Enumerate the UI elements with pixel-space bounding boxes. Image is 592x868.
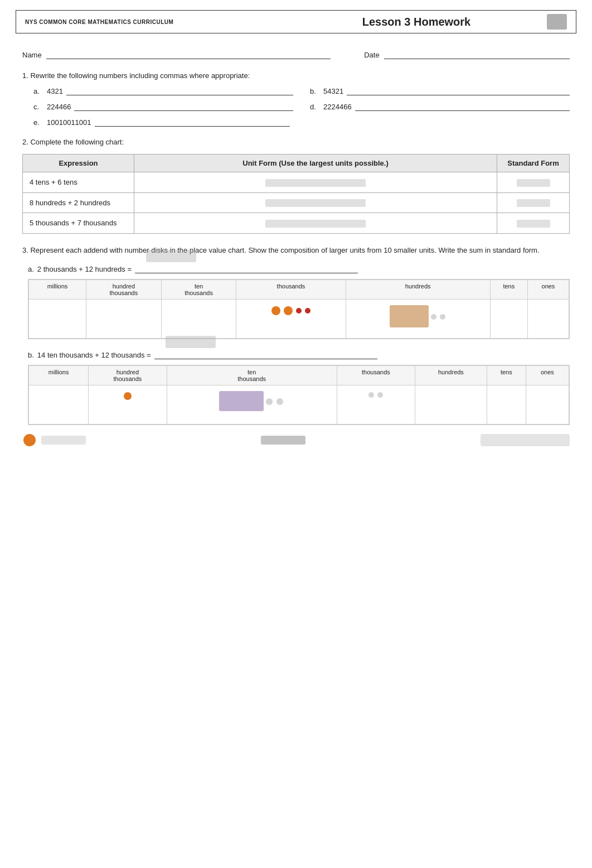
pv-cell-tens-a <box>490 299 527 338</box>
q1-value-c: 224466 <box>47 103 71 111</box>
q2-std-1 <box>497 172 570 193</box>
disk-thousands-4 <box>305 308 310 314</box>
q1-item-b: b. 54321 <box>310 85 570 95</box>
q2-header-expression: Expression <box>23 155 134 172</box>
disk-hundredK-1 <box>124 392 132 400</box>
q3-part-b-label: b. <box>28 351 34 359</box>
header-title: Lesson 3 Homework <box>286 16 547 28</box>
q1-item-a: a. 4321 <box>33 85 293 95</box>
q1-label-a: a. <box>33 87 43 95</box>
question-1: 1. Rewrite the following numbers includi… <box>22 71 570 127</box>
pv-cell-tenthousands-a <box>161 299 236 338</box>
pv-cell-ones-a <box>527 299 569 338</box>
q3-instruction: 3. Represent each addend with number dis… <box>22 246 570 254</box>
pv-header-hundreds-b: hundreds <box>415 365 487 385</box>
q2-unit-3 <box>134 213 497 234</box>
q1-answer-c[interactable] <box>74 101 293 111</box>
bottom-center-blurred <box>261 436 305 445</box>
q2-expr-2: 8 hundreds + 2 hundreds <box>23 192 134 213</box>
q2-header-unit: Unit Form (Use the largest units possibl… <box>134 155 497 172</box>
pv-header-tenthousands-b: tenthousands <box>167 365 337 385</box>
q3-part-a-text: 2 thousands + 12 hundreds = <box>37 265 132 273</box>
q1-answer-a[interactable] <box>66 85 293 95</box>
q1-item-d: d. 2224466 <box>310 101 570 111</box>
bottom-right-blurred <box>481 434 570 446</box>
pv-header-tens-b: tens <box>487 365 526 385</box>
q3-part-a-label: a. <box>28 265 34 273</box>
date-field[interactable] <box>384 49 570 59</box>
pv-cell-millions-b <box>29 385 89 424</box>
q2-header-standard: Standard Form <box>497 155 570 172</box>
date-label: Date <box>364 51 379 59</box>
pv-cell-thousands-a <box>236 299 346 338</box>
bottom-left-text-blurred <box>41 436 86 445</box>
name-section: Name <box>22 49 331 59</box>
pv-header-hundreds-a: hundreds <box>346 279 490 299</box>
q1-label-e: e. <box>33 118 43 127</box>
pv-header-millions-a: millions <box>29 279 86 299</box>
disks-hundreds-a-blurred <box>390 305 429 327</box>
q2-expr-3: 5 thousands + 7 thousands <box>23 213 134 234</box>
pv-cell-hundreds-a <box>346 299 490 338</box>
bottom-disk <box>23 434 36 446</box>
pv-cell-millions-a <box>29 299 86 338</box>
pv-cell-tenthousands-b <box>167 385 337 424</box>
pv-header-millions-b: millions <box>29 365 89 385</box>
disks-tenthousands-b-blurred <box>219 391 264 411</box>
q2-std-3 <box>497 213 570 234</box>
pv-header-hundredthousands-a: hundredthousands <box>86 279 161 299</box>
q1-instruction: 1. Rewrite the following numbers includi… <box>22 71 570 80</box>
pv-cell-hundredthousands-b <box>89 385 167 424</box>
q2-table: Expression Unit Form (Use the largest un… <box>22 154 570 234</box>
name-field[interactable] <box>46 49 331 59</box>
disk-thousands-3 <box>296 308 302 314</box>
pv-header-ones-b: ones <box>526 365 569 385</box>
pv-cell-hundreds-b <box>415 385 487 424</box>
pv-chart-a: millions hundredthousands tenthousands t… <box>28 279 570 339</box>
pv-chart-b: millions hundredthousands tenthousands t… <box>28 365 570 425</box>
q1-value-e: 10010011001 <box>47 118 91 127</box>
pv-cell-thousands-b <box>337 385 415 424</box>
q3-answer-a-wrapper <box>135 263 570 273</box>
q1-value-d: 2224466 <box>323 103 352 111</box>
header-curriculum: NYS COMMON CORE MATHEMATICS CURRICULUM <box>25 19 286 25</box>
q1-label-d: d. <box>310 103 320 111</box>
date-section: Date <box>364 49 570 59</box>
q2-instruction: 2. Complete the following chart: <box>22 138 570 146</box>
q1-answer-d[interactable] <box>355 101 570 111</box>
bottom-section <box>22 433 570 459</box>
pv-cell-hundredthousands-a <box>86 299 161 338</box>
q3-part-b-text: 14 ten thousands + 12 thousands = <box>37 351 151 359</box>
q1-value-b: 54321 <box>323 87 343 95</box>
pv-header-thousands-b: thousands <box>337 365 415 385</box>
q2-row-3: 5 thousands + 7 thousands <box>23 213 570 234</box>
q3-part-b-line: b. 14 ten thousands + 12 thousands = <box>28 349 570 359</box>
disk-thousands-2 <box>284 306 293 315</box>
header-badge <box>547 14 567 30</box>
bottom-center <box>261 436 305 445</box>
q3-part-a-line: a. 2 thousands + 12 hundreds = <box>28 263 570 273</box>
q2-unit-2 <box>134 192 497 213</box>
q3-answer-a[interactable] <box>135 263 358 273</box>
q2-std-2 <box>497 192 570 213</box>
q3-part-b: b. 14 ten thousands + 12 thousands = mil… <box>28 349 570 425</box>
q3-hint-a <box>146 250 196 262</box>
question-2: 2. Complete the following chart: Express… <box>22 138 570 234</box>
question-3: 3. Represent each addend with number dis… <box>22 246 570 425</box>
q3-answer-b[interactable] <box>154 349 377 359</box>
q1-label-b: b. <box>310 87 320 95</box>
q2-row-2: 8 hundreds + 2 hundreds <box>23 192 570 213</box>
q1-answer-e[interactable] <box>95 117 290 127</box>
q1-answer-b[interactable] <box>347 85 570 95</box>
q1-value-a: 4321 <box>47 87 63 95</box>
q2-row-1: 4 tens + 6 tens <box>23 172 570 193</box>
pv-header-ones-a: ones <box>527 279 569 299</box>
pv-cell-tens-b <box>487 385 526 424</box>
pv-header-hundredthousands-b: hundredthousands <box>89 365 167 385</box>
pv-header-tens-a: tens <box>490 279 527 299</box>
bottom-left <box>22 433 86 447</box>
q3-part-a: a. 2 thousands + 12 hundreds = millions … <box>28 263 570 339</box>
pv-header-tenthousands-a: tenthousands <box>161 279 236 299</box>
header: NYS COMMON CORE MATHEMATICS CURRICULUM L… <box>16 10 576 33</box>
pv-header-thousands-a: thousands <box>236 279 346 299</box>
